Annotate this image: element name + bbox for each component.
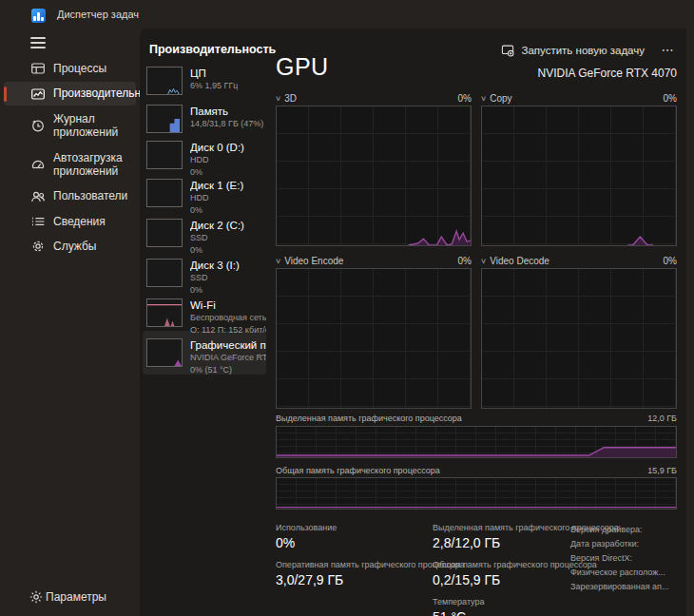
sidebar-item-label: Службы	[53, 240, 96, 253]
processes-icon	[30, 61, 46, 76]
driver-info-line: Дата разработки:	[570, 537, 679, 551]
list-item-gpu[interactable]: Графический проNVIDIA GeForce RTX 400% (…	[146, 338, 266, 375]
chart-3d-plot	[276, 106, 472, 246]
shared-memory-chart-header: Общая память графического процессора 15,…	[276, 466, 677, 475]
engine-charts-grid: ˅3D0% ˅Copy0% ˅Video Enc	[276, 91, 679, 409]
chart-3d: ˅3D0%	[276, 91, 472, 246]
list-item-cpu[interactable]: ЦП6% 1,95 ГГц	[146, 67, 266, 95]
list-item-disk2[interactable]: Диск 2 (C:)SSD0%	[146, 219, 266, 256]
chart-label: Copy	[490, 93, 511, 104]
list-item-memory[interactable]: Память14,8/31,8 ГБ (47%)	[146, 105, 266, 133]
sidebar-item-label: Журнал приложений	[53, 112, 128, 140]
list-item-sub: 0%	[190, 284, 240, 296]
list-item-title: Диск 0 (D:)	[190, 141, 244, 154]
memory-chart-label: Общая память графического процессора	[276, 466, 440, 475]
list-item-title: Wi-Fi	[190, 298, 266, 312]
list-item-title: ЦП	[190, 67, 238, 80]
chevron-down-icon[interactable]: ˅	[276, 94, 280, 104]
stat-label: Использование	[276, 523, 433, 532]
chart-video-decode-plot	[481, 268, 677, 409]
list-item-sub: 0% (51 °C)	[190, 364, 266, 375]
startup-icon	[30, 157, 46, 172]
gpu-mini-chart	[146, 338, 183, 367]
chart-label: 3D	[284, 93, 297, 104]
gpu-title: GPU	[276, 53, 329, 81]
stat-value: 0,2/15,9 ГБ	[433, 572, 570, 587]
chart-video-decode: ˅Video Decode0%	[481, 254, 677, 409]
list-item-sub: 14,8/31,8 ГБ (47%)	[190, 118, 263, 129]
list-item-sub: SSD	[190, 232, 244, 243]
driver-info-line: Физическое располож...	[570, 566, 679, 580]
shared-memory-chart	[276, 477, 677, 510]
chart-value: 0%	[458, 93, 472, 104]
list-item-sub: 6% 1,95 ГГц	[190, 80, 238, 91]
sidebar-item-processes[interactable]: Процессы	[4, 57, 136, 80]
chart-video-encode-plot	[276, 268, 472, 409]
stat-label: Температура	[433, 597, 570, 606]
chevron-down-icon[interactable]: ˅	[276, 257, 280, 266]
gpu-device-name: NVIDIA GeForce RTX 4070	[537, 67, 677, 80]
details-icon	[30, 214, 46, 229]
sidebar-item-services[interactable]: Службы	[4, 235, 136, 258]
list-item-sub: HDD	[190, 192, 243, 203]
sidebar-item-users[interactable]: Пользователи	[4, 184, 136, 207]
chart-copy: ˅Copy0%	[481, 91, 677, 246]
memory-chart-scale: 12,0 ГБ	[647, 414, 677, 423]
chevron-down-icon[interactable]: ˅	[481, 94, 486, 104]
gpu-stats: Использование0% Оперативная память графи…	[276, 523, 679, 616]
chevron-down-icon[interactable]: ˅	[481, 257, 486, 266]
sidebar-item-performance[interactable]: Производительность	[4, 82, 136, 105]
users-icon	[30, 189, 46, 204]
settings-button[interactable]: Параметры	[4, 586, 136, 608]
list-item-title: Диск 3 (I:)	[190, 259, 240, 272]
memory-mini-chart	[146, 105, 183, 133]
sidebar-item-startup-apps[interactable]: Автозагрузка приложений	[4, 146, 136, 183]
menu-toggle-icon[interactable]	[30, 37, 46, 48]
performance-icon	[30, 87, 46, 102]
chart-video-encode: ˅Video Encode0%	[276, 254, 472, 409]
stat-value: 2,8/12,0 ГБ	[433, 535, 570, 550]
sidebar-item-label: Автозагрузка приложений	[53, 151, 128, 179]
selected-indicator	[4, 87, 7, 102]
memory-chart-label: Выделенная память графического процессор…	[276, 414, 462, 423]
task-manager-app-icon	[31, 9, 46, 23]
app-history-icon	[30, 118, 46, 133]
dedicated-memory-chart-header: Выделенная память графического процессор…	[276, 414, 677, 423]
chart-value: 0%	[664, 256, 677, 266]
stat-label: Общая память графического процессора	[433, 560, 570, 569]
list-item-title: Память	[190, 105, 263, 118]
list-item-disk1[interactable]: Диск 1 (E:)HDD0%	[146, 179, 266, 216]
gpu-detail-panel: GPU NVIDIA GeForce RTX 4070 ˅3D0% ˅Copy0…	[276, 53, 679, 587]
driver-info-line: Версия драйвера:	[570, 523, 679, 537]
list-item-disk0[interactable]: Диск 0 (D:)HDD0%	[146, 141, 266, 178]
list-item-sub: 0%	[190, 204, 243, 216]
sidebar-item-app-history[interactable]: Журнал приложений	[4, 107, 136, 144]
list-item-sub: 0%	[190, 166, 244, 178]
list-item-disk3[interactable]: Диск 3 (I:)SSD0%	[146, 259, 266, 296]
disk-mini-chart	[146, 179, 183, 207]
page-title: Производительность	[149, 43, 276, 56]
cpu-mini-chart	[146, 67, 183, 95]
list-item-sub: HDD	[190, 154, 244, 165]
memory-chart-scale: 15,9 ГБ	[647, 466, 677, 475]
chart-value: 0%	[458, 256, 472, 266]
services-icon	[30, 239, 46, 254]
stat-value: 0%	[276, 535, 433, 550]
stats-column-2: Выделенная память графического процессор…	[433, 523, 570, 616]
stat-value: 51 °C	[433, 609, 570, 616]
driver-info-line: Зарезервированная ап...	[570, 580, 679, 594]
disk-mini-chart	[146, 219, 183, 247]
list-item-sub: NVIDIA GeForce RTX 40	[190, 352, 266, 363]
chart-label: Video Encode	[284, 256, 343, 266]
list-item-wifi[interactable]: Wi-FiБеспроводная сетьО: 112 П: 152 кбит…	[146, 298, 266, 336]
titlebar: Диспетчер задач	[0, 0, 694, 29]
chart-value: 0%	[664, 93, 677, 104]
sidebar-item-details[interactable]: Сведения	[4, 210, 136, 233]
sidebar: Процессы Производительность Журнал прило…	[0, 57, 140, 259]
sidebar-item-label: Сведения	[53, 215, 106, 228]
stat-label: Выделенная память графического процессор…	[433, 523, 570, 532]
list-item-title: Диск 2 (C:)	[190, 219, 244, 232]
chart-label: Video Decode	[490, 256, 549, 266]
list-item-title: Графический про	[190, 338, 266, 352]
stat-value: 3,0/27,9 ГБ	[276, 572, 433, 587]
